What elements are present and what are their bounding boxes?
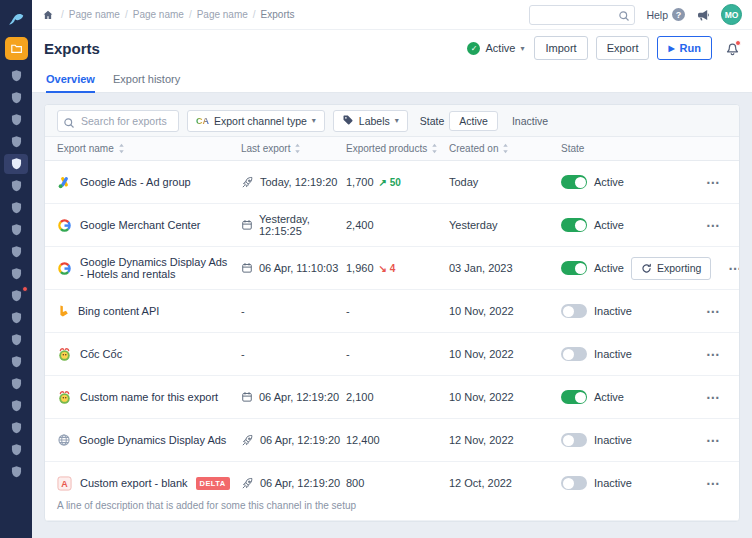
calendar-icon <box>241 262 253 274</box>
state-toggle[interactable] <box>561 175 587 189</box>
help-link[interactable]: Help ? <box>646 8 685 21</box>
column-header[interactable]: Exported products <box>346 143 449 154</box>
state-toggle[interactable] <box>561 304 587 318</box>
table-row[interactable]: Bing content API--10 Nov, 2022Inactive⋯ <box>45 290 739 333</box>
state-toggle[interactable] <box>561 218 587 232</box>
row-menu-button[interactable]: ⋯ <box>699 475 727 491</box>
state-toggle[interactable] <box>561 261 587 275</box>
user-avatar[interactable]: MO <box>721 4 742 25</box>
sidebar-nav-shield-icon[interactable] <box>4 440 28 460</box>
row-menu-button[interactable]: ⋯ <box>721 260 740 276</box>
tab-export-history[interactable]: Export history <box>113 66 180 93</box>
row-menu-button[interactable]: ⋯ <box>699 174 727 190</box>
column-header[interactable]: Export name <box>57 143 241 154</box>
sidebar-nav-shield-icon[interactable] <box>4 88 28 108</box>
row-menu-button[interactable]: ⋯ <box>699 432 727 448</box>
breadcrumb-item[interactable]: Page name <box>197 9 248 20</box>
products-value: 1,960 <box>346 262 374 274</box>
exported-products: - <box>346 305 449 317</box>
row-menu-button[interactable]: ⋯ <box>699 389 727 405</box>
state-filter-active[interactable]: Active <box>449 111 498 131</box>
row-menu-button[interactable]: ⋯ <box>699 346 727 362</box>
sidebar-nav-shield-icon[interactable] <box>4 154 28 174</box>
channel-type-dropdown[interactable]: CA Export channel type ▾ <box>187 110 325 132</box>
custom-a-channel-icon: A <box>57 476 72 491</box>
state-toggle[interactable] <box>561 347 587 361</box>
sidebar-nav-shield-icon[interactable] <box>4 308 28 328</box>
column-header[interactable]: Created on <box>449 143 561 154</box>
sidebar-nav-shield-icon[interactable] <box>4 374 28 394</box>
column-header[interactable]: Last export <box>241 143 346 154</box>
notifications-bell-icon[interactable] <box>725 41 740 56</box>
state-toggle[interactable] <box>561 433 587 447</box>
table-row[interactable]: Google Merchant CenterYesterday, 12:15:2… <box>45 204 739 247</box>
labels-dropdown[interactable]: Labels ▾ <box>333 110 408 132</box>
table-row[interactable]: Custom name for this export06 Apr, 12:19… <box>45 376 739 419</box>
sidebar-nav-shield-icon[interactable] <box>4 418 28 438</box>
exporting-button[interactable]: Exporting <box>631 257 711 280</box>
sidebar-nav-shield-icon[interactable] <box>4 462 28 482</box>
row-menu-button[interactable]: ⋯ <box>699 217 727 233</box>
announcements-megaphone-icon[interactable] <box>696 8 710 22</box>
run-button[interactable]: ▶ Run <box>657 36 712 60</box>
state-toggle[interactable] <box>561 390 587 404</box>
sidebar-nav-shield-icon[interactable] <box>4 286 28 306</box>
delta-badge: DELTA <box>196 477 230 490</box>
sidebar-nav-shield-icon[interactable] <box>4 396 28 416</box>
breadcrumb-item[interactable]: Page name <box>133 9 184 20</box>
tab-overview[interactable]: Overview <box>46 66 95 93</box>
header-actions: ✓ Active ▾ Import Export ▶ Run <box>467 36 740 60</box>
project-status-dropdown[interactable]: ✓ Active ▾ <box>467 42 524 55</box>
import-button[interactable]: Import <box>534 36 587 60</box>
sidebar-nav-shield-icon[interactable] <box>4 352 28 372</box>
exporting-label: Exporting <box>657 262 701 274</box>
last-export: 06 Apr, 11:10:03 <box>241 262 346 274</box>
filter-bar: CA Export channel type ▾ Labels ▾ State … <box>45 105 739 137</box>
exports-search-input[interactable] <box>57 110 179 132</box>
table-row[interactable]: Google Dynamics Display Ads - Hotels and… <box>45 247 739 290</box>
state-cell: Inactive <box>561 347 699 361</box>
export-name-label: Cốc Cốc <box>80 348 122 360</box>
sidebar-nav-shield-icon[interactable] <box>4 176 28 196</box>
column-label: Created on <box>449 143 498 154</box>
topbar-search <box>529 4 635 25</box>
state-cell: Inactive <box>561 476 699 490</box>
products-value: - <box>346 348 350 360</box>
state-filter-inactive[interactable]: Inactive <box>503 112 557 130</box>
table-row[interactable]: Cốc Cốc--10 Nov, 2022Inactive⋯ <box>45 333 739 376</box>
sidebar-nav-shield-icon[interactable] <box>4 66 28 86</box>
exported-products: 12,400 <box>346 434 449 446</box>
sidebar-nav-shield-icon[interactable] <box>4 220 28 240</box>
sidebar-item-projects-folder-icon[interactable] <box>5 37 28 60</box>
breadcrumb-item[interactable]: Exports <box>261 9 295 20</box>
home-icon[interactable] <box>42 9 54 21</box>
sidebar-nav-shield-icon[interactable] <box>4 242 28 262</box>
last-export: Today, 12:19:20 <box>241 176 346 189</box>
coccoc-channel-icon <box>57 347 72 362</box>
table-row[interactable]: Google Dynamics Display Ads06 Apr, 12:19… <box>45 419 739 462</box>
column-label: State <box>561 143 584 154</box>
sidebar-nav-shield-icon[interactable] <box>4 110 28 130</box>
last-export-value: Yesterday, 12:15:25 <box>259 213 346 237</box>
sidebar-nav-shield-icon[interactable] <box>4 330 28 350</box>
chevron-down-icon: ▾ <box>520 44 524 53</box>
table-row[interactable]: Google Ads - Ad groupToday, 12:19:201,70… <box>45 161 739 204</box>
export-name: Google Dynamics Display Ads - Hotels and… <box>57 256 241 280</box>
state-label: Active <box>594 262 624 274</box>
sidebar-nav-shield-icon[interactable] <box>4 264 28 284</box>
search-icon[interactable] <box>618 8 630 26</box>
sidebar-nav-shield-icon[interactable] <box>4 132 28 152</box>
sidebar-nav-shield-icon[interactable] <box>4 198 28 218</box>
main-area: /Page name/Page name/Page name/Exports H… <box>32 0 752 538</box>
app-root: /Page name/Page name/Page name/Exports H… <box>0 0 752 538</box>
table-row[interactable]: ACustom export - blankDELTA06 Apr, 12:19… <box>45 462 739 521</box>
app-logo-icon[interactable] <box>4 7 28 29</box>
breadcrumb-item[interactable]: Page name <box>69 9 120 20</box>
created-on: 10 Nov, 2022 <box>449 391 561 403</box>
products-value: 1,700 <box>346 176 374 188</box>
row-menu-button[interactable]: ⋯ <box>699 303 727 319</box>
state-toggle[interactable] <box>561 476 587 490</box>
table-body: Google Ads - Ad groupToday, 12:19:201,70… <box>45 161 739 521</box>
export-button[interactable]: Export <box>596 36 650 60</box>
play-icon: ▶ <box>668 44 674 53</box>
